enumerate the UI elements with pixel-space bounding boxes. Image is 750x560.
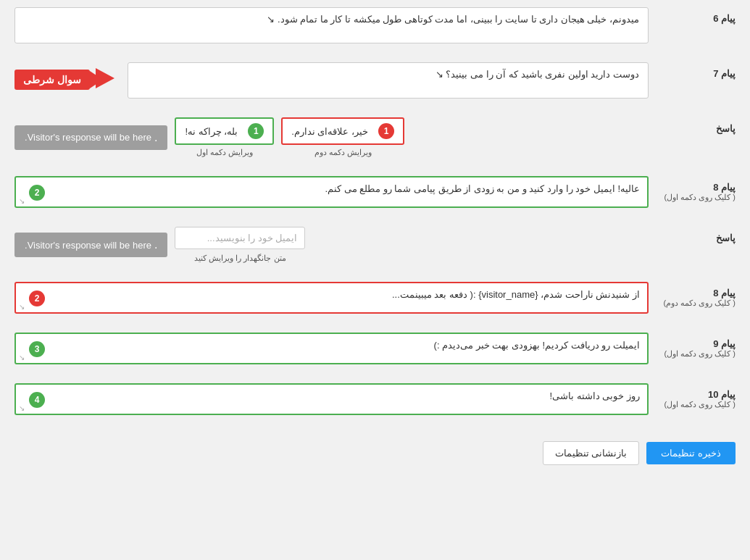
answer-btn2-group: 1 خیر، علاقه‌ای ندارم. ویرایش دکمه دوم <box>281 117 404 157</box>
btn2-edit-link[interactable]: ویرایش دکمه دوم <box>314 148 372 157</box>
resize-handle-7[interactable]: ↘ <box>436 69 443 80</box>
resize-handle-8b[interactable]: ↘ <box>19 303 25 311</box>
answer2-row: ایمیل خود را بنویسید... متن جانگهدار را … <box>14 227 649 263</box>
row9-message-text: ایمیلت رو دریافت کردیم! بهزودی بهت خبر م… <box>45 340 640 351</box>
dot-icon-2: . <box>154 238 157 251</box>
badge-row8b: 2 <box>29 291 45 306</box>
badge-row9: 3 <box>29 341 45 357</box>
answer-btn1-group: 1 بله، چراکه نه! ویرایش دکمه اول <box>175 117 274 157</box>
badge-row8a: 2 <box>29 185 45 201</box>
row10-message-box: روز خوبی داشته باشی! 4 ↘ <box>14 383 649 415</box>
row8a-sublabel: ( کلیک روی دکمه اول) <box>656 193 736 202</box>
row8b-label-text: پیام 8 <box>713 288 736 298</box>
row7-label: پیام 7 <box>656 62 736 79</box>
answer-buttons-row: 1 خیر، علاقه‌ای ندارم. ویرایش دکمه دوم 1… <box>14 117 649 157</box>
row7-message-text: دوست دارید اولین نفری باشید که آن را می … <box>446 69 639 80</box>
row8a-label-text: پیام 8 <box>713 182 736 193</box>
row9-label-text: پیام 9 <box>713 338 736 349</box>
row8b-message-box: از شنیدنش ناراحت شدم، {visitor_name} :( … <box>14 282 649 314</box>
row6-message-box: میدونم، خیلی هیجان داری تا سایت را ببینی… <box>14 7 649 43</box>
row9-message-box: ایمیلت رو دریافت کردیم! بهزودی بهت خبر م… <box>14 333 649 364</box>
row8b-message-text: از شنیدنش ناراحت شدم، {visitor_name} :( … <box>45 289 640 300</box>
btn1-edit-link[interactable]: ویرایش دکمه اول <box>196 148 253 157</box>
resize-handle-9[interactable]: ↘ <box>19 354 25 362</box>
row7-message-box: دوست دارید اولین نفری باشید که آن را می … <box>128 62 649 99</box>
dot-icon: . <box>154 131 157 144</box>
resize-handle-8a[interactable]: ↘ <box>19 197 25 205</box>
row8b-label: پیام 8 ( کلیک روی دکمه دوم) <box>656 282 736 308</box>
conditional-label: سوال شرطی <box>14 70 90 90</box>
answer-row2-label: پاسخ <box>656 227 736 243</box>
row9-sublabel: ( کلیک روی دکمه اول) <box>656 349 736 359</box>
email-placeholder-box[interactable]: ایمیل خود را بنویسید... <box>175 227 305 249</box>
row8a-message-box: عالیه! ایمیل خود را وارد کنید و من به زو… <box>14 176 649 208</box>
badge-btn1: 1 <box>248 123 264 139</box>
row6-message-text: میدونم، خیلی هیجان داری تا سایت را ببینی… <box>278 14 639 25</box>
row10-message-text: روز خوبی داشته باشی! <box>45 390 640 401</box>
answer-btn2[interactable]: 1 خیر، علاقه‌ای ندارم. <box>281 117 404 145</box>
answer-btn1[interactable]: 1 بله، چراکه نه! <box>175 117 274 145</box>
footer-row: ذخیره تنظیمات بازنشانی تنظیمات <box>14 441 736 465</box>
badge-btn2: 1 <box>378 123 394 139</box>
save-button[interactable]: ذخیره تنظیمات <box>646 442 736 464</box>
answer-row-label: پاسخ <box>656 117 736 134</box>
badge-row10: 4 <box>29 392 45 408</box>
row8a-message-text: عالیه! ایمیل خود را وارد کنید و من به زو… <box>45 183 640 194</box>
reset-button[interactable]: بازنشانی تنظیمات <box>543 441 640 465</box>
row10-sublabel: ( کلیک روی دکمه اول) <box>656 400 736 409</box>
row8a-label: پیام 8 ( کلیک روی دکمه اول) <box>656 176 736 202</box>
resize-handle-6[interactable]: ↘ <box>267 14 275 25</box>
row9-label: پیام 9 ( کلیک روی دکمه اول) <box>656 333 736 359</box>
visitor-response-1: . Visitor's response will be here. <box>14 125 167 150</box>
visitor-response-text-1: Visitor's response will be here. <box>25 132 151 143</box>
edit-placeholder-link[interactable]: متن جانگهدار را ویرایش کنید <box>194 254 286 263</box>
btn2-text: خیر، علاقه‌ای ندارم. <box>291 126 368 137</box>
btn1-text: بله، چراکه نه! <box>185 126 238 137</box>
visitor-response-text-2: Visitor's response will be here. <box>25 240 151 251</box>
row8b-sublabel: ( کلیک روی دکمه دوم) <box>656 298 736 308</box>
row10-label: پیام 10 ( کلیک روی دکمه اول) <box>656 383 736 409</box>
row10-label-text: پیام 10 <box>708 389 736 400</box>
resize-handle-10[interactable]: ↘ <box>19 404 25 412</box>
row6-label: پیام 6 <box>656 7 736 24</box>
visitor-response-2: . Visitor's response will be here. <box>14 233 167 257</box>
